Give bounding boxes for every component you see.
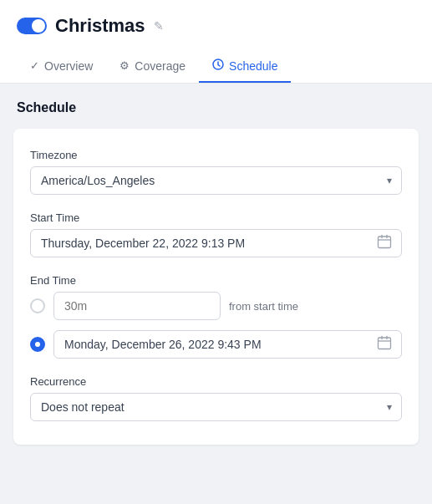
tab-schedule[interactable]: Schedule: [199, 50, 291, 83]
recurrence-select[interactable]: Does not repeat Daily Weekly Monthly: [30, 393, 402, 421]
tab-schedule-label: Schedule: [229, 59, 277, 73]
end-date-input[interactable]: Monday, December 26, 2022 9:43 PM: [53, 330, 402, 359]
gear-icon: ⚙: [119, 59, 130, 72]
end-time-options: from start time Monday, December 26, 202…: [30, 292, 402, 359]
end-time-duration-row: from start time: [30, 292, 402, 320]
recurrence-label: Recurrence: [30, 375, 402, 388]
end-date-wrapper: Monday, December 26, 2022 9:43 PM: [53, 330, 402, 359]
start-time-label: Start Time: [30, 211, 402, 224]
timezone-select-wrapper: America/Los_Angeles ▾: [30, 166, 402, 195]
schedule-card: Timezone America/Los_Angeles ▾ Start Tim…: [13, 129, 419, 445]
toggle-switch[interactable]: [17, 18, 47, 34]
end-time-field-group: End Time from start time Monday, Decembe…: [30, 274, 402, 359]
clock-icon: [212, 59, 224, 73]
end-time-label: End Time: [30, 274, 402, 287]
end-time-date-row: Monday, December 26, 2022 9:43 PM: [30, 330, 402, 359]
timezone-label: Timezone: [30, 149, 402, 161]
tab-bar: ✓ Overview ⚙ Coverage Schedule: [17, 50, 415, 83]
header: Christmas ✎ ✓ Overview ⚙ Coverage Schedu…: [0, 0, 432, 84]
duration-radio-button[interactable]: [30, 298, 45, 313]
edit-icon[interactable]: ✎: [154, 19, 164, 33]
tab-coverage-label: Coverage: [135, 59, 186, 73]
end-date-radio-button[interactable]: [30, 337, 45, 352]
timezone-field-group: Timezone America/Los_Angeles ▾: [30, 149, 402, 195]
from-start-text: from start time: [229, 300, 298, 313]
check-icon: ✓: [30, 59, 39, 72]
section-title: Schedule: [13, 100, 419, 115]
recurrence-field-group: Recurrence Does not repeat Daily Weekly …: [30, 375, 402, 421]
start-time-wrapper: Thursday, December 22, 2022 9:13 PM: [30, 229, 402, 257]
tab-overview-label: Overview: [44, 59, 93, 73]
tab-overview[interactable]: ✓ Overview: [17, 50, 106, 83]
start-time-input[interactable]: Thursday, December 22, 2022 9:13 PM: [30, 229, 402, 257]
main-content: Schedule Timezone America/Los_Angeles ▾ …: [0, 84, 432, 461]
page-title: Christmas: [55, 15, 145, 37]
title-row: Christmas ✎: [17, 15, 415, 37]
timezone-select[interactable]: America/Los_Angeles: [30, 166, 402, 195]
duration-input[interactable]: [53, 292, 221, 320]
recurrence-select-wrapper: Does not repeat Daily Weekly Monthly ▾: [30, 393, 402, 421]
tab-coverage[interactable]: ⚙ Coverage: [106, 50, 199, 83]
start-time-field-group: Start Time Thursday, December 22, 2022 9…: [30, 211, 402, 257]
